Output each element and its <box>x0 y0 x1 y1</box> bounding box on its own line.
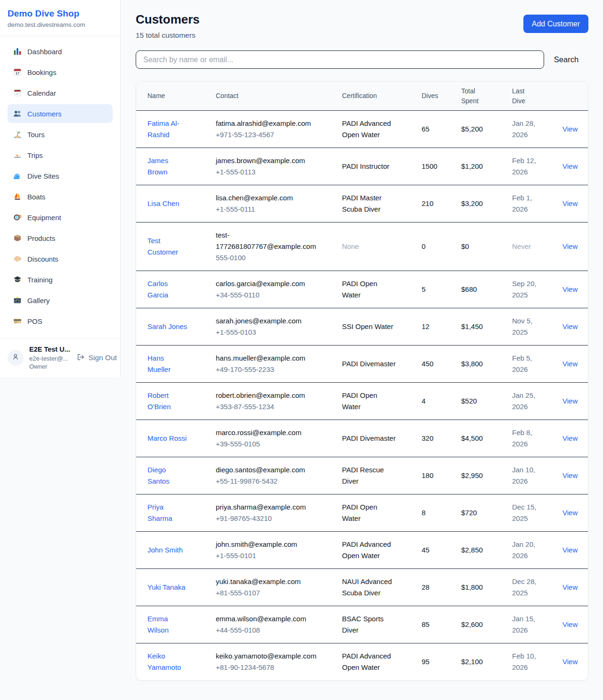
sidebar-item-bookings[interactable]: 17 Bookings <box>8 63 113 82</box>
sign-out-button[interactable]: Sign Out <box>77 353 117 363</box>
customer-certification: PADI Open Water <box>342 390 397 412</box>
customer-certification: None <box>342 241 359 252</box>
sidebar-item-calendar[interactable]: Calendar <box>8 83 113 102</box>
sidebar: Demo Dive Shop demo.test.divestreams.com… <box>0 0 121 377</box>
view-customer-link[interactable]: View <box>562 397 578 405</box>
customer-name-link[interactable]: Marco Rossi <box>147 433 187 444</box>
page-title: Customers <box>136 12 200 27</box>
sidebar-item-dive-sites[interactable]: Dive Sites <box>8 166 113 185</box>
search-bar: Search <box>136 50 588 69</box>
customer-email: test-1772681807767@example.com <box>216 230 318 252</box>
customer-name-link[interactable]: Robert O'Brien <box>147 390 188 412</box>
customer-name-link[interactable]: Hans Mueller <box>147 353 188 375</box>
user-role: Owner <box>29 362 70 371</box>
search-button[interactable]: Search <box>544 55 588 64</box>
table-row: Hans Mueller hans.mueller@example.com +4… <box>136 346 588 383</box>
customer-phone: +39-555-0105 <box>216 438 342 450</box>
customer-phone: +44-555-0108 <box>216 625 342 636</box>
customer-email: sarah.jones@example.com <box>216 315 318 327</box>
add-customer-button[interactable]: Add Customer <box>523 15 588 33</box>
col-header-name: Name <box>147 91 216 101</box>
customer-name-link[interactable]: Fatima Al-Rashid <box>147 118 188 140</box>
view-customer-link[interactable]: View <box>562 162 578 170</box>
customer-dives: 65 <box>422 124 461 135</box>
view-customer-link[interactable]: View <box>562 546 578 554</box>
view-customer-link[interactable]: View <box>562 434 578 442</box>
user-avatar <box>8 350 24 366</box>
sidebar-item-pos[interactable]: POS <box>8 312 113 330</box>
customer-phone: +55-11-99876-5432 <box>216 476 342 487</box>
shop-domain: demo.test.divestreams.com <box>8 21 113 28</box>
view-customer-link[interactable]: View <box>562 509 578 517</box>
customer-total-spent: $4,500 <box>461 433 512 444</box>
desert-island-icon <box>13 130 22 139</box>
view-customer-link[interactable]: View <box>562 199 578 207</box>
view-customer-link[interactable]: View <box>562 360 578 368</box>
customer-name-link[interactable]: Carlos Garcia <box>147 278 188 301</box>
customer-name-link[interactable]: Emma Wilson <box>147 613 188 636</box>
sidebar-item-tours[interactable]: Tours <box>8 125 113 144</box>
view-customer-link[interactable]: View <box>562 322 578 330</box>
customer-dives: 28 <box>422 582 461 593</box>
view-customer-link[interactable]: View <box>562 242 578 250</box>
customer-certification: PADI Advanced Open Water <box>342 651 397 673</box>
sidebar-item-training[interactable]: Training <box>8 270 113 289</box>
customer-name-link[interactable]: Yuki Tanaka <box>147 582 186 593</box>
sidebar-item-discounts[interactable]: Discounts <box>8 249 113 268</box>
people-icon <box>13 109 22 118</box>
view-customer-link[interactable]: View <box>562 620 578 628</box>
sidebar-item-products[interactable]: Products <box>8 229 113 247</box>
page-header: Customers 15 total customers Add Custome… <box>136 12 588 40</box>
customer-email: emma.wilson@example.com <box>216 613 318 625</box>
search-input[interactable] <box>136 50 544 69</box>
view-customer-link[interactable]: View <box>562 583 578 591</box>
customer-name-link[interactable]: James Brown <box>147 155 188 178</box>
customer-dives: 210 <box>422 198 461 209</box>
sidebar-item-equipment[interactable]: Equipment <box>8 208 113 227</box>
customer-certification: PADI Divemaster <box>342 358 396 370</box>
customer-email: priya.sharma@example.com <box>216 502 318 513</box>
customer-name-link[interactable]: Diego Santos <box>147 464 188 487</box>
sidebar-item-boats[interactable]: Boats <box>8 187 113 206</box>
customer-email: james.brown@example.com <box>216 155 318 166</box>
customer-total-spent: $2,950 <box>461 470 512 481</box>
view-customer-link[interactable]: View <box>562 125 578 133</box>
customer-last-dive: Dec 28, 2025 <box>512 576 540 599</box>
customer-phone: +1-555-0103 <box>216 327 342 338</box>
person-icon <box>11 353 20 363</box>
customer-name-link[interactable]: Lisa Chen <box>147 198 179 209</box>
customer-certification: PADI Advanced Open Water <box>342 118 397 140</box>
table-row: Lisa Chen lisa.chen@example.com +1-555-0… <box>136 185 588 222</box>
customer-certification: SSI Open Water <box>342 321 393 332</box>
customer-total-spent: $5,200 <box>461 124 512 135</box>
col-header-contact: Contact <box>216 91 342 101</box>
customer-last-dive: Feb 8, 2026 <box>512 427 540 450</box>
sidebar-item-gallery[interactable]: Gallery <box>8 291 113 310</box>
customer-phone: +971-55-123-4567 <box>216 129 342 140</box>
customer-name-link[interactable]: John Smith <box>147 544 183 556</box>
bar-chart-icon <box>13 47 22 56</box>
customer-name-link[interactable]: Priya Sharma <box>147 502 188 524</box>
customer-dives: 45 <box>422 544 461 556</box>
sidebar-item-dashboard[interactable]: Dashboard <box>8 42 113 61</box>
view-customer-link[interactable]: View <box>562 471 578 479</box>
customer-name-link[interactable]: Test Customer <box>147 235 188 258</box>
page-title-block: Customers 15 total customers <box>136 12 200 40</box>
view-customer-link[interactable]: View <box>562 658 578 666</box>
sidebar-item-trips[interactable]: Trips <box>8 146 113 165</box>
col-header-total-spent: Total Spent <box>461 86 512 106</box>
customer-phone: +91-98765-43210 <box>216 513 342 524</box>
customer-phone: +1-555-0113 <box>216 166 342 178</box>
customer-last-dive: Jan 28, 2026 <box>512 118 540 140</box>
customer-name-link[interactable]: Sarah Jones <box>147 321 187 332</box>
customer-email: diego.santos@example.com <box>216 464 318 476</box>
customer-total-spent: $520 <box>461 395 512 407</box>
sidebar-item-customers[interactable]: Customers <box>8 104 113 123</box>
customer-name-link[interactable]: Keiko Yamamoto <box>147 651 188 673</box>
table-row: Carlos Garcia carlos.garcia@example.com … <box>136 271 588 308</box>
table-row: Test Customer test-1772681807767@example… <box>136 222 588 271</box>
view-customer-link[interactable]: View <box>562 285 578 293</box>
customer-dives: 12 <box>422 321 461 332</box>
tear-off-calendar-icon <box>13 89 22 97</box>
customer-email: hans.mueller@example.com <box>216 353 318 364</box>
